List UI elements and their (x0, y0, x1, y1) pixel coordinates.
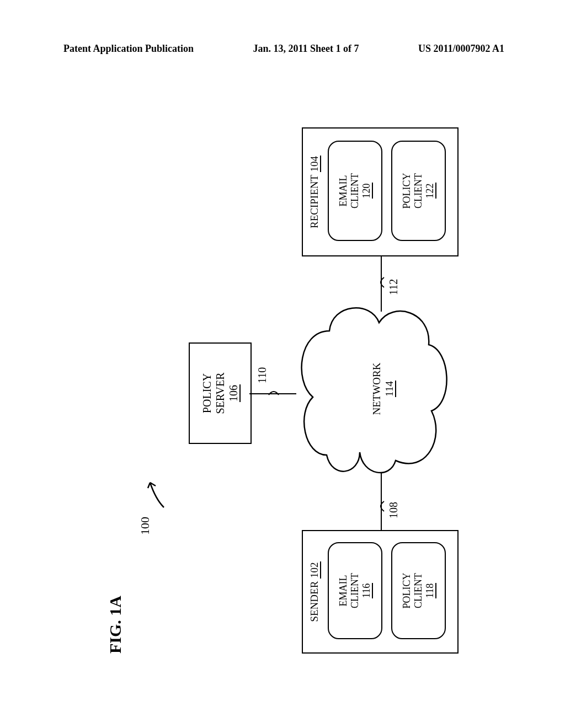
recipient-ref: 104 (308, 156, 321, 173)
recipient-box: RECIPIENT 104 EMAIL CLIENT 120 POLICY CL… (302, 127, 459, 256)
policy-server-ref: 106 (227, 384, 241, 402)
recipient-policy-line2: CLIENT (413, 173, 424, 208)
recipient-policy-line1: POLICY (401, 173, 413, 209)
policy-server-line1: POLICY (200, 373, 214, 413)
header-left: Patent Application Publication (63, 43, 194, 55)
sender-title: SENDER 102 (308, 531, 321, 652)
system-reference-number: 100 (138, 517, 152, 535)
recipient-policy-client: POLICY CLIENT 122 (391, 141, 446, 241)
page-header: Patent Application Publication Jan. 13, … (0, 43, 565, 55)
sender-policy-line2: CLIENT (413, 573, 424, 608)
policy-server-box: POLICY SERVER 106 (189, 342, 252, 444)
network-label: NETWORK 114 (371, 353, 396, 425)
recipient-email-ref: 120 (361, 183, 373, 199)
figure-canvas: FIG. 1A 100 POLICY SERVER 106 110 108 (84, 108, 481, 676)
sender-email-line2: CLIENT (349, 573, 361, 608)
recipient-title-text: RECIPIENT (308, 175, 320, 228)
sender-email-ref: 116 (361, 583, 373, 598)
connector-tick-108 (376, 500, 385, 512)
sender-policy-line1: POLICY (401, 573, 413, 609)
sender-policy-ref: 118 (424, 583, 436, 598)
policy-server-line2: SERVER (214, 372, 227, 414)
sender-title-text: SENDER (308, 581, 320, 622)
connector-ref-110: 110 (256, 367, 269, 383)
recipient-email-line2: CLIENT (349, 173, 361, 208)
page: Patent Application Publication Jan. 13, … (0, 0, 565, 728)
sender-ref: 102 (308, 561, 321, 579)
connector-ref-112: 112 (387, 279, 400, 295)
recipient-policy-ref: 122 (424, 183, 436, 199)
header-center: Jan. 13, 2011 Sheet 1 of 7 (253, 43, 359, 55)
connector-tick-112 (376, 276, 385, 288)
network-label-text: NETWORK (371, 353, 383, 425)
figure-label: FIG. 1A (106, 596, 125, 654)
sender-policy-client: POLICY CLIENT 118 (391, 542, 446, 639)
connector-ref-108: 108 (387, 502, 400, 518)
sender-box: SENDER 102 EMAIL CLIENT 116 POLICY CLIEN… (302, 530, 459, 654)
connector-tick-110 (268, 387, 280, 396)
recipient-email-client: EMAIL CLIENT 120 (328, 141, 382, 241)
system-arrow-icon (145, 472, 167, 510)
header-right: US 2011/0007902 A1 (418, 43, 504, 55)
sender-email-line1: EMAIL (338, 575, 349, 607)
recipient-title: RECIPIENT 104 (308, 129, 321, 255)
recipient-email-line1: EMAIL (338, 175, 349, 207)
sender-email-client: EMAIL CLIENT 116 (328, 542, 382, 639)
network-ref: 114 (383, 381, 396, 397)
